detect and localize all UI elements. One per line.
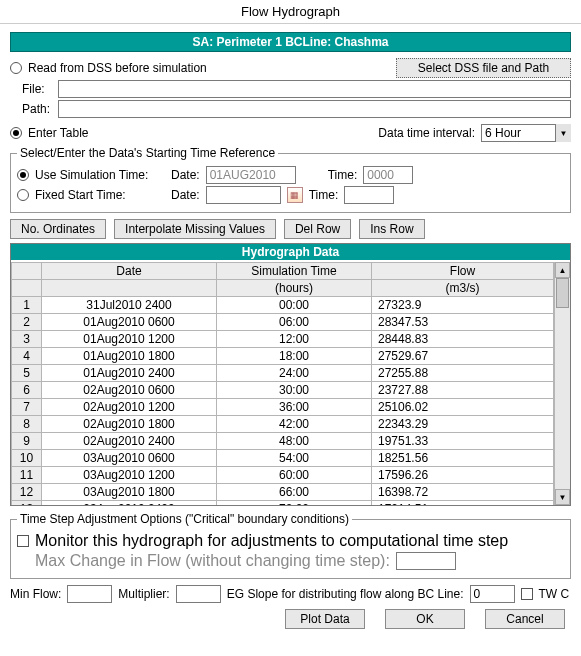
del-row-button[interactable]: Del Row [284, 219, 351, 239]
grid-title: Hydrograph Data [11, 244, 570, 260]
table-row[interactable]: 802Aug2010 180042:0022343.29 [12, 416, 554, 433]
calendar-icon[interactable]: ▦ [287, 187, 303, 203]
date-label-2: Date: [171, 188, 200, 202]
read-dss-label: Read from DSS before simulation [28, 61, 207, 75]
cell-sim[interactable]: 66:00 [217, 484, 372, 501]
grid-scrollbar[interactable]: ▲ ▼ [554, 262, 570, 505]
cell-flow[interactable]: 23727.88 [372, 382, 554, 399]
sa-header: SA: Perimeter 1 BCLine: Chashma [10, 32, 571, 52]
window-title: Flow Hydrograph [0, 0, 581, 24]
cell-flow[interactable]: 16398.72 [372, 484, 554, 501]
table-row[interactable]: 702Aug2010 120036:0025106.02 [12, 399, 554, 416]
cell-flow[interactable]: 17014.51 [372, 501, 554, 506]
interval-label: Data time interval: [378, 126, 475, 140]
cell-sim[interactable]: 42:00 [217, 416, 372, 433]
cell-sim[interactable]: 54:00 [217, 450, 372, 467]
maxchange-label: Max Change in Flow (without changing tim… [35, 552, 390, 570]
use-sim-time-radio[interactable] [17, 169, 29, 181]
row-number: 4 [12, 348, 42, 365]
cell-sim[interactable]: 24:00 [217, 365, 372, 382]
cell-sim[interactable]: 00:00 [217, 297, 372, 314]
cell-sim[interactable]: 30:00 [217, 382, 372, 399]
file-input[interactable] [58, 80, 571, 98]
row-number: 5 [12, 365, 42, 382]
eg-slope-input[interactable] [470, 585, 515, 603]
cell-flow[interactable]: 27323.9 [372, 297, 554, 314]
ins-row-button[interactable]: Ins Row [359, 219, 424, 239]
cell-sim[interactable]: 12:00 [217, 331, 372, 348]
select-dss-button[interactable]: Select DSS file and Path [396, 58, 571, 78]
sim-time-input[interactable] [363, 166, 413, 184]
table-row[interactable]: 131Jul2010 240000:0027323.9 [12, 297, 554, 314]
table-row[interactable]: 1303Aug2010 240072:0017014.51 [12, 501, 554, 506]
sim-date-input[interactable] [206, 166, 296, 184]
cell-flow[interactable]: 28347.53 [372, 314, 554, 331]
table-row[interactable]: 201Aug2010 060006:0028347.53 [12, 314, 554, 331]
cell-date[interactable]: 02Aug2010 0600 [42, 382, 217, 399]
fixed-time-input[interactable] [344, 186, 394, 204]
tw-checkbox[interactable] [521, 588, 533, 600]
cell-flow[interactable]: 19751.33 [372, 433, 554, 450]
cell-flow[interactable]: 28448.83 [372, 331, 554, 348]
cell-sim[interactable]: 60:00 [217, 467, 372, 484]
scroll-down-icon[interactable]: ▼ [555, 489, 570, 505]
chevron-down-icon[interactable]: ▼ [555, 124, 571, 142]
unit-sim: (hours) [217, 280, 372, 297]
cell-flow[interactable]: 27529.67 [372, 348, 554, 365]
table-row[interactable]: 301Aug2010 120012:0028448.83 [12, 331, 554, 348]
cell-date[interactable]: 01Aug2010 0600 [42, 314, 217, 331]
enter-table-radio[interactable] [10, 127, 22, 139]
table-row[interactable]: 401Aug2010 180018:0027529.67 [12, 348, 554, 365]
interpolate-button[interactable]: Interpolate Missing Values [114, 219, 276, 239]
no-ordinates-button[interactable]: No. Ordinates [10, 219, 106, 239]
cell-flow[interactable]: 22343.29 [372, 416, 554, 433]
scroll-thumb[interactable] [556, 278, 569, 308]
multiplier-input[interactable] [176, 585, 221, 603]
minflow-input[interactable] [67, 585, 112, 603]
enter-table-label: Enter Table [28, 126, 89, 140]
scroll-up-icon[interactable]: ▲ [555, 262, 570, 278]
cell-date[interactable]: 01Aug2010 2400 [42, 365, 217, 382]
maxchange-input[interactable] [396, 552, 456, 570]
cell-date[interactable]: 03Aug2010 0600 [42, 450, 217, 467]
table-row[interactable]: 501Aug2010 240024:0027255.88 [12, 365, 554, 382]
cell-sim[interactable]: 36:00 [217, 399, 372, 416]
col-rownum [12, 263, 42, 280]
cell-date[interactable]: 02Aug2010 1800 [42, 416, 217, 433]
monitor-checkbox[interactable] [17, 535, 29, 547]
time-step-group: Time Step Adjustment Options ("Critical"… [10, 512, 571, 579]
cell-date[interactable]: 03Aug2010 1200 [42, 467, 217, 484]
read-dss-radio[interactable] [10, 62, 22, 74]
ok-button[interactable]: OK [385, 609, 465, 629]
cell-sim[interactable]: 06:00 [217, 314, 372, 331]
cell-date[interactable]: 02Aug2010 1200 [42, 399, 217, 416]
row-number: 13 [12, 501, 42, 506]
table-row[interactable]: 602Aug2010 060030:0023727.88 [12, 382, 554, 399]
cancel-button[interactable]: Cancel [485, 609, 565, 629]
table-row[interactable]: 1203Aug2010 180066:0016398.72 [12, 484, 554, 501]
path-input[interactable] [58, 100, 571, 118]
fixed-start-radio[interactable] [17, 189, 29, 201]
cell-sim[interactable]: 18:00 [217, 348, 372, 365]
table-row[interactable]: 1103Aug2010 120060:0017596.26 [12, 467, 554, 484]
cell-flow[interactable]: 17596.26 [372, 467, 554, 484]
cell-sim[interactable]: 72:00 [217, 501, 372, 506]
cell-date[interactable]: 31Jul2010 2400 [42, 297, 217, 314]
cell-sim[interactable]: 48:00 [217, 433, 372, 450]
table-row[interactable]: 902Aug2010 240048:0019751.33 [12, 433, 554, 450]
hydrograph-grid: Hydrograph Data Date Simulation Time Flo… [10, 243, 571, 506]
row-number: 2 [12, 314, 42, 331]
cell-date[interactable]: 03Aug2010 2400 [42, 501, 217, 506]
fixed-date-input[interactable] [206, 186, 281, 204]
cell-flow[interactable]: 27255.88 [372, 365, 554, 382]
table-row[interactable]: 1003Aug2010 060054:0018251.56 [12, 450, 554, 467]
cell-date[interactable]: 01Aug2010 1200 [42, 331, 217, 348]
row-number: 9 [12, 433, 42, 450]
cell-date[interactable]: 03Aug2010 1800 [42, 484, 217, 501]
cell-date[interactable]: 01Aug2010 1800 [42, 348, 217, 365]
cell-date[interactable]: 02Aug2010 2400 [42, 433, 217, 450]
plot-data-button[interactable]: Plot Data [285, 609, 365, 629]
cell-flow[interactable]: 18251.56 [372, 450, 554, 467]
row-number: 7 [12, 399, 42, 416]
cell-flow[interactable]: 25106.02 [372, 399, 554, 416]
